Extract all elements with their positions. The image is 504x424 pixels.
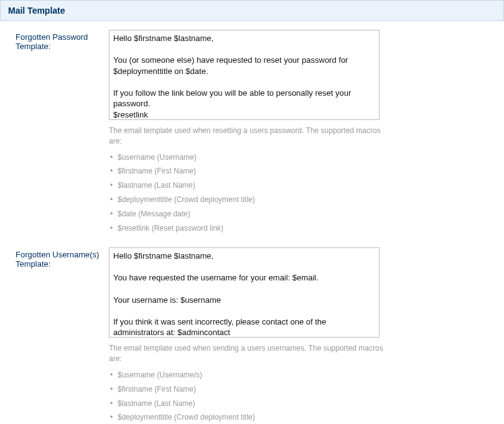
macro-item: $firstname (First Name) xyxy=(109,164,392,178)
macro-item: $lastname (Last Name) xyxy=(109,397,392,411)
macro-item: $date (Message date) xyxy=(109,207,392,221)
forgot-username-help: The email template used when sending a u… xyxy=(109,343,392,364)
forgot-password-row: Forgotten Password Template: Hello $firs… xyxy=(0,30,504,247)
macro-item: $deploymenttitle (Crowd deployment title… xyxy=(109,410,392,424)
forgot-username-row: Forgotten Username(s) Template: Hello $f… xyxy=(0,247,504,424)
forgot-password-field: Hello $firstname $lastname, You (or some… xyxy=(109,30,504,235)
macro-item: $deploymenttitle (Crowd deployment title… xyxy=(109,193,392,207)
forgot-username-label: Forgotten Username(s) Template: xyxy=(0,247,109,269)
forgot-password-textarea[interactable]: Hello $firstname $lastname, You (or some… xyxy=(109,30,380,120)
macro-item: $username (Username) xyxy=(109,150,392,165)
macro-item: $lastname (Last Name) xyxy=(109,178,392,193)
forgot-password-label: Forgotten Password Template: xyxy=(0,30,109,51)
forgot-username-macro-list: $username (Username/s) $firstname (First… xyxy=(109,368,392,424)
forgot-password-macro-list: $username (Username) $firstname (First N… xyxy=(109,150,392,236)
section-title: Mail Template xyxy=(8,6,496,16)
section-header: Mail Template xyxy=(0,0,504,21)
macro-item: $firstname (First Name) xyxy=(109,382,392,397)
macro-item: $username (Username/s) xyxy=(109,368,392,382)
forgot-password-help: The email template used when resetting a… xyxy=(109,126,392,147)
macro-item: $resetlink (Reset password link) xyxy=(109,221,392,236)
forgot-username-textarea[interactable]: Hello $firstname $lastname, You have req… xyxy=(109,247,380,338)
forgot-username-field: Hello $firstname $lastname, You have req… xyxy=(109,247,504,424)
